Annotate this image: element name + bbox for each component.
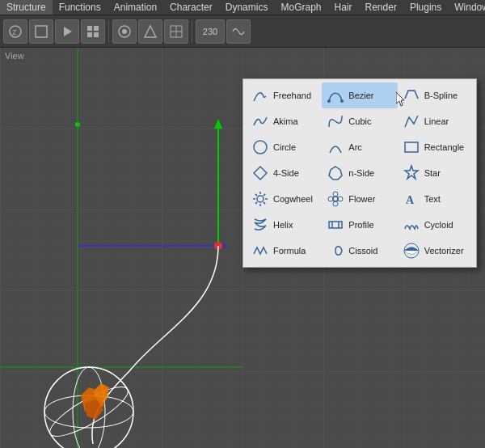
menu-structure[interactable]: Structure: [0, 0, 53, 15]
menu-dynamics[interactable]: Dynamics: [219, 0, 275, 15]
menu-character[interactable]: Character: [163, 0, 219, 15]
svg-text:Z: Z: [12, 28, 17, 36]
linear-label: Linear: [424, 116, 449, 126]
star-icon: [403, 164, 420, 182]
svg-marker-3: [64, 27, 72, 36]
helix-icon: [251, 216, 269, 234]
view-label: View: [5, 51, 24, 61]
svg-rect-4: [87, 26, 92, 31]
cycloid-label: Cycloid: [424, 220, 453, 230]
svg-rect-43: [329, 222, 342, 228]
4side-label: 4-Side: [273, 168, 299, 178]
spline-linear[interactable]: Linear: [398, 108, 473, 134]
spline-cubic[interactable]: Cubic: [322, 108, 397, 134]
bspline-label: B-Spline: [424, 91, 458, 100]
menu-plugins[interactable]: Plugins: [403, 0, 448, 15]
toolbar-btn-7[interactable]: [164, 19, 188, 44]
menu-animation[interactable]: Animation: [108, 0, 163, 15]
spline-flower[interactable]: Flower: [322, 186, 397, 212]
toolbar-btn-9[interactable]: [226, 19, 251, 44]
spline-freehand[interactable]: Freehand: [247, 82, 322, 108]
freehand-icon: [251, 87, 269, 104]
spline-bezier[interactable]: Bezier: [322, 82, 397, 108]
cubic-icon: [327, 112, 344, 130]
spline-dropdown: Freehand Bezier B-Spline: [242, 78, 477, 268]
spline-helix[interactable]: Helix: [247, 212, 322, 238]
flower-icon: [327, 190, 344, 208]
circle-label: Circle: [273, 142, 296, 152]
text-label: Text: [424, 194, 441, 204]
spline-arc[interactable]: Arc: [322, 134, 397, 160]
viewport: View Freehand Bezier: [0, 48, 485, 448]
spline-vectorizer[interactable]: Vectorizer: [398, 238, 473, 264]
toolbar: Z 230: [0, 15, 485, 48]
svg-marker-35: [405, 166, 418, 179]
spline-cogwheel[interactable]: Cogwheel: [247, 186, 322, 212]
svg-rect-7: [94, 32, 99, 37]
arc-label: Arc: [348, 142, 362, 152]
spline-cissoid[interactable]: Cissoid: [322, 238, 397, 264]
svg-rect-5: [94, 26, 99, 31]
svg-rect-2: [36, 26, 47, 37]
spline-formula[interactable]: Formula: [247, 238, 322, 264]
svg-text:A: A: [406, 194, 415, 206]
menu-mograph[interactable]: MoGraph: [274, 0, 327, 15]
profile-label: Profile: [348, 220, 373, 230]
spline-grid: Freehand Bezier B-Spline: [243, 79, 476, 267]
cissoid-icon: [327, 242, 344, 260]
spline-bspline[interactable]: B-Spline: [398, 82, 473, 108]
spline-cycloid[interactable]: Cycloid: [398, 212, 473, 238]
svg-point-41: [338, 197, 343, 201]
cogwheel-label: Cogwheel: [273, 194, 313, 204]
toolbar-btn-6[interactable]: [138, 19, 162, 44]
nside-icon: [327, 164, 344, 182]
formula-label: Formula: [273, 246, 306, 256]
spline-rectangle[interactable]: Rectangle: [398, 134, 473, 160]
toolbar-undo[interactable]: Z: [3, 19, 27, 44]
cogwheel-icon: [251, 190, 269, 208]
bspline-icon: [403, 87, 420, 104]
profile-icon: [327, 216, 344, 234]
svg-point-36: [257, 196, 264, 202]
svg-point-9: [122, 29, 127, 34]
flower-label: Flower: [348, 194, 375, 204]
circle-icon: [251, 138, 269, 156]
menu-hair[interactable]: Hair: [328, 0, 359, 15]
menu-functions[interactable]: Functions: [53, 0, 108, 15]
akima-label: Akima: [273, 116, 298, 126]
vectorizer-icon: [403, 242, 420, 260]
spline-4side[interactable]: 4-Side: [247, 160, 322, 186]
cissoid-label: Cissoid: [348, 246, 377, 256]
rectangle-icon: [403, 138, 420, 156]
menu-window[interactable]: Window: [448, 0, 485, 15]
svg-point-30: [340, 99, 344, 103]
spline-star[interactable]: Star: [398, 160, 473, 186]
svg-rect-6: [87, 32, 92, 37]
spline-text[interactable]: A Text: [398, 186, 473, 212]
rectangle-label: Rectangle: [424, 142, 465, 152]
cubic-label: Cubic: [348, 116, 371, 126]
text-icon: A: [403, 190, 420, 208]
toolbar-btn-2[interactable]: [29, 19, 53, 44]
toolbar-btn-8[interactable]: 230: [196, 19, 225, 44]
toolbar-btn-4[interactable]: [81, 19, 105, 44]
svg-point-31: [254, 141, 267, 154]
toolbar-btn-5[interactable]: [112, 19, 137, 44]
svg-point-40: [328, 197, 333, 201]
spline-nside[interactable]: n-Side: [322, 160, 397, 186]
toolbar-btn-3[interactable]: [55, 19, 79, 44]
menu-render[interactable]: Render: [359, 0, 403, 15]
freehand-label: Freehand: [273, 91, 311, 100]
formula-icon: [251, 242, 269, 260]
spline-akima[interactable]: Akima: [247, 108, 322, 134]
svg-marker-33: [254, 167, 267, 180]
akima-icon: [251, 112, 269, 130]
linear-icon: [403, 112, 420, 130]
helix-label: Helix: [273, 220, 293, 230]
svg-point-28: [75, 122, 80, 127]
spline-profile[interactable]: Profile: [322, 212, 397, 238]
toolbar-separator-2: [192, 20, 192, 43]
cycloid-icon: [403, 216, 420, 234]
spline-circle[interactable]: Circle: [247, 134, 322, 160]
svg-point-29: [327, 99, 331, 103]
